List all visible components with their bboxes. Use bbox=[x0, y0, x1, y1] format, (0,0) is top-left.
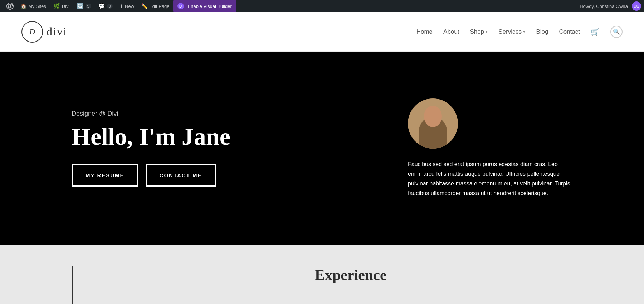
nav-shop-label: Shop bbox=[470, 28, 484, 35]
hero-buttons: MY RESUME CONTACT ME bbox=[72, 164, 394, 187]
nav-services[interactable]: Services ▾ bbox=[498, 28, 525, 35]
wordpress-logo-button[interactable] bbox=[3, 0, 17, 12]
cart-icon[interactable]: 🛒 bbox=[591, 28, 600, 36]
site-name: divi bbox=[47, 25, 67, 38]
nav-home[interactable]: Home bbox=[416, 28, 433, 35]
user-avatar[interactable]: CG bbox=[632, 1, 641, 11]
howdy-text: Howdy, Christina Gwira bbox=[580, 4, 628, 9]
experience-title: Experience bbox=[315, 266, 572, 284]
updates-icon: 🔄 bbox=[77, 3, 84, 9]
logo-circle: D bbox=[21, 21, 43, 43]
contact-button[interactable]: CONTACT ME bbox=[146, 164, 216, 187]
hero-right: Faucibus sed sed erat ipsum purus egesta… bbox=[394, 98, 572, 198]
edit-page-label: Edit Page bbox=[149, 4, 169, 9]
my-sites-icon: 🏠 bbox=[21, 4, 26, 9]
divi-builder-icon: D bbox=[177, 3, 184, 9]
search-icon: 🔍 bbox=[613, 28, 620, 35]
hero-subtitle: Designer @ Divi bbox=[72, 110, 394, 117]
plus-icon: + bbox=[120, 3, 123, 9]
admin-bar-left: 🏠 My Sites 🌿 Divi 🔄 5 💬 0 + New ✏️ Edit … bbox=[3, 0, 580, 12]
experience-graphic bbox=[72, 266, 293, 304]
nav-blog-label: Blog bbox=[536, 28, 548, 35]
divi-label: Divi bbox=[62, 4, 70, 9]
experience-content: Experience bbox=[315, 266, 572, 284]
search-button[interactable]: 🔍 bbox=[610, 26, 623, 38]
admin-bar: 🏠 My Sites 🌿 Divi 🔄 5 💬 0 + New ✏️ Edit … bbox=[0, 0, 644, 12]
new-label: New bbox=[125, 4, 134, 9]
nav-contact[interactable]: Contact bbox=[559, 28, 580, 35]
main-nav: Home About Shop ▾ Services ▾ Blog Contac… bbox=[416, 26, 623, 38]
nav-services-label: Services bbox=[498, 28, 522, 35]
nav-home-label: Home bbox=[416, 28, 433, 35]
my-sites-button[interactable]: 🏠 My Sites bbox=[17, 0, 50, 12]
hero-title: Hello, I'm Jane bbox=[72, 123, 394, 150]
enable-visual-builder-button[interactable]: D Enable Visual Builder bbox=[173, 0, 236, 12]
updates-button[interactable]: 🔄 5 bbox=[73, 0, 95, 12]
comments-count: 0 bbox=[107, 4, 113, 9]
nav-about[interactable]: About bbox=[443, 28, 459, 35]
services-chevron-icon: ▾ bbox=[523, 29, 525, 34]
logo-letter: D bbox=[29, 27, 35, 37]
edit-page-button[interactable]: ✏️ Edit Page bbox=[138, 0, 173, 12]
pencil-icon: ✏️ bbox=[141, 3, 147, 9]
nav-contact-label: Contact bbox=[559, 28, 580, 35]
hero-section: Designer @ Divi Hello, I'm Jane MY RESUM… bbox=[0, 52, 644, 245]
site-header: D divi Home About Shop ▾ Services ▾ Blog… bbox=[0, 12, 644, 52]
hero-description: Faucibus sed sed erat ipsum purus egesta… bbox=[408, 159, 572, 198]
enable-visual-builder-label: Enable Visual Builder bbox=[188, 4, 232, 9]
divi-button[interactable]: 🌿 Divi bbox=[50, 0, 73, 12]
resume-button[interactable]: MY RESUME bbox=[72, 164, 138, 187]
comments-icon: 💬 bbox=[98, 3, 105, 9]
experience-section: Experience bbox=[0, 245, 644, 304]
hero-left: Designer @ Divi Hello, I'm Jane MY RESUM… bbox=[72, 110, 394, 187]
nav-blog[interactable]: Blog bbox=[536, 28, 548, 35]
logo-area[interactable]: D divi bbox=[21, 21, 67, 43]
my-sites-label: My Sites bbox=[28, 4, 46, 9]
admin-bar-right: Howdy, Christina Gwira CG bbox=[580, 1, 641, 11]
shop-chevron-icon: ▾ bbox=[486, 29, 488, 34]
avatar-image bbox=[408, 98, 458, 149]
new-button[interactable]: + New bbox=[116, 0, 138, 12]
comments-button[interactable]: 💬 0 bbox=[95, 0, 116, 12]
nav-about-label: About bbox=[443, 28, 459, 35]
nav-shop[interactable]: Shop ▾ bbox=[470, 28, 488, 35]
divi-leaf-icon: 🌿 bbox=[53, 3, 60, 9]
updates-count: 5 bbox=[86, 4, 91, 9]
